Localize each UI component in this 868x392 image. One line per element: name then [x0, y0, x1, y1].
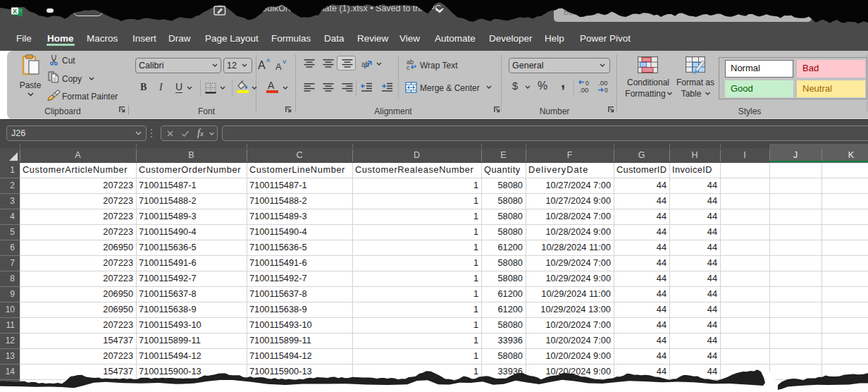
svg-text:.00: .00: [579, 86, 588, 94]
svg-text:c: c: [407, 64, 410, 71]
svg-text:X: X: [13, 8, 17, 15]
svg-text:0: 0: [604, 87, 608, 94]
svg-text:.00: .00: [598, 80, 607, 87]
